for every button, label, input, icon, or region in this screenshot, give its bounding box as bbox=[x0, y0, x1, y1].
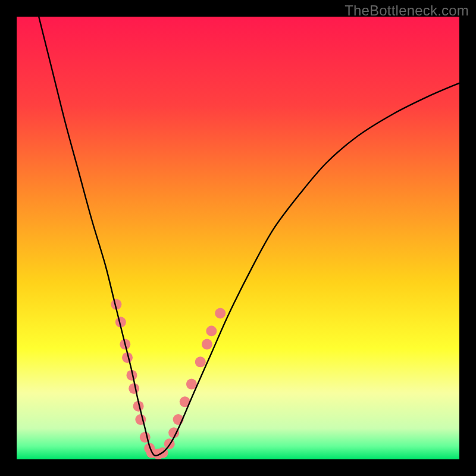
marker-point bbox=[140, 432, 151, 443]
marker-point bbox=[195, 356, 206, 367]
plot-area bbox=[17, 17, 459, 459]
marker-point bbox=[202, 339, 212, 350]
chart-frame: TheBottleneck.com bbox=[0, 0, 476, 476]
marker-point bbox=[215, 308, 226, 318]
bottleneck-chart bbox=[17, 17, 459, 459]
marker-point bbox=[129, 383, 139, 394]
watermark-text: TheBottleneck.com bbox=[345, 2, 469, 19]
gradient-background bbox=[17, 17, 459, 459]
marker-point bbox=[206, 325, 217, 336]
